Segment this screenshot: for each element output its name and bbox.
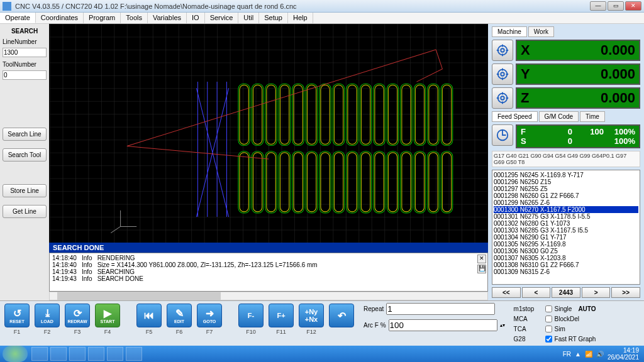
taskbar-media-icon[interactable] [69, 347, 86, 361]
zero-y-button[interactable] [492, 63, 513, 85]
message-header: SEARCH DONE [49, 243, 488, 253]
linenumber-input[interactable] [3, 48, 47, 57]
taskbar-app1-icon[interactable] [88, 347, 104, 361]
opt-MCA-check[interactable] [545, 315, 552, 322]
tab-variables[interactable]: Variables [148, 13, 187, 23]
store-line-button[interactable]: Store Line [3, 184, 47, 197]
taskbar-explorer-icon[interactable] [50, 347, 67, 361]
dro-y: Y0.000 [516, 63, 640, 85]
goto-button[interactable]: ➜GOTO [197, 304, 222, 327]
tab-operate[interactable]: Operate [0, 13, 36, 23]
zero-z-button[interactable] [492, 87, 513, 109]
tab-feedspeed[interactable]: Feed Speed [492, 111, 538, 122]
tray-lang[interactable]: FR [563, 351, 571, 358]
undo-button[interactable]: ↶ [329, 304, 354, 327]
opt-G28-text: Fast RT Graph [555, 336, 596, 343]
active-gcodes: G17 G40 G21 G90 G94 G54 G49 G99 G64P0.1 … [492, 151, 640, 167]
nav-prev[interactable]: < [522, 287, 551, 298]
log-row: 14:19:43InfoSEARCHING [52, 268, 485, 275]
nav-position: 2443 [552, 287, 580, 298]
repeat-input[interactable] [386, 303, 495, 315]
taskbar-ie-icon[interactable] [31, 347, 48, 361]
tab-gmcode[interactable]: G/M Code [539, 111, 579, 122]
fminus-button[interactable]: F- [238, 304, 264, 327]
tray-network-icon[interactable]: 📶 [585, 351, 592, 358]
fkey-label: F3 [74, 329, 81, 335]
app-icon [3, 2, 11, 11]
tab-machine[interactable]: Machine [492, 26, 527, 37]
redraw-button[interactable]: ⟳REDRAW [65, 304, 90, 327]
start-button[interactable] [3, 346, 28, 362]
gcode-line[interactable]: 0001297 N6255 Z5 [494, 185, 638, 192]
tab-tools[interactable]: Tools [121, 13, 148, 23]
svg-point-66 [501, 48, 504, 52]
tray-time[interactable]: 14:19 [608, 347, 639, 354]
opt-TCA-label: TCA [514, 326, 543, 332]
gcode-listing[interactable]: 0001295 N6245 X-1169.8 Y-7170001296 N625… [492, 170, 640, 285]
close-button[interactable]: ✕ [625, 1, 641, 11]
load-button[interactable]: ⤓LOAD [35, 304, 60, 327]
nav-next[interactable]: > [582, 287, 611, 298]
tab-help[interactable]: Help [288, 13, 313, 23]
tab-program[interactable]: Program [84, 13, 121, 23]
gcode-line[interactable]: 0001309 N6315 Z-6 [494, 268, 638, 275]
tab-service[interactable]: Service [205, 13, 239, 23]
tab-work[interactable]: Work [528, 26, 554, 37]
taskbar[interactable]: FR ▲ 📶 🔊 14:19 26/04/2021 [0, 346, 644, 362]
log-row: 14:19:43InfoSEARCH DONE [52, 275, 485, 282]
gcode-line[interactable]: 0001301 N6275 G3 X-1178.5 I-5.5 [494, 213, 638, 220]
arcf-input[interactable] [389, 319, 497, 331]
tab-time[interactable]: Time [580, 111, 605, 122]
zero-x-button[interactable] [492, 40, 513, 61]
gcode-line[interactable]: 0001304 N6290 G1 Y-717 [494, 234, 638, 241]
edit-button[interactable]: ✎EDIT [167, 304, 192, 327]
gcode-line[interactable]: 0001300 N6270 X-1167.5 F2000 [494, 206, 638, 213]
nav-last[interactable]: >> [611, 287, 640, 298]
fkey-label: F12 [306, 329, 316, 335]
fkey-label: F10 [246, 329, 256, 335]
opt-TCA-check[interactable] [545, 326, 552, 332]
search-tool-button[interactable]: Search Tool [3, 148, 47, 162]
opt-G28-check[interactable] [545, 336, 552, 343]
tray-volume-icon[interactable]: 🔊 [596, 351, 604, 358]
play-button[interactable]: ▶START [95, 304, 120, 327]
toolpath-viewport[interactable] [49, 24, 488, 243]
log-save-icon[interactable]: 💾 [477, 265, 486, 273]
tray-date[interactable]: 26/04/2021 [608, 354, 639, 361]
prev-button[interactable]: ⏮ [136, 304, 162, 327]
taskbar-app2-icon[interactable] [107, 347, 123, 361]
taskbar-paint-icon[interactable] [126, 347, 142, 361]
feed-override-icon[interactable] [492, 124, 513, 146]
tab-io[interactable]: IO [187, 13, 205, 23]
opt-m1stop-check[interactable] [545, 305, 552, 312]
gcode-line[interactable]: 0001305 N6295 X-1169.8 [494, 241, 638, 248]
tab-util[interactable]: Util [238, 13, 259, 23]
gcode-line[interactable]: 0001308 N6310 G1 Z2 F666.7 [494, 261, 638, 268]
get-line-button[interactable]: Get Line [3, 205, 47, 218]
nxy-button[interactable]: +Ny +Nx [299, 304, 324, 327]
gcode-line[interactable]: 0001303 N6285 G3 X-1167.5 I5.5 [494, 227, 638, 234]
dro-z: Z0.000 [516, 87, 640, 109]
gcode-line[interactable]: 0001296 N6250 Z15 [494, 178, 638, 185]
gcode-line[interactable]: 0001302 N6280 G1 Y-1073 [494, 220, 638, 227]
log-clear-icon[interactable]: ✕ [477, 255, 486, 263]
toolnumber-input[interactable] [3, 70, 47, 80]
reset-button[interactable]: ↺RESET [4, 304, 30, 327]
gcode-line[interactable]: 0001306 N6300 G0 Z5 [494, 248, 638, 255]
minimize-button[interactable]: — [590, 1, 606, 11]
nav-first[interactable]: << [492, 287, 521, 298]
fkey-label: F4 [104, 329, 111, 335]
gcode-line[interactable]: 0001298 N6260 G1 Z2 F666.7 [494, 192, 638, 199]
gcode-line[interactable]: 0001307 N6305 X-1203.8 [494, 255, 638, 261]
tray-flag-icon[interactable]: ▲ [575, 351, 581, 358]
gcode-line[interactable]: 0001295 N6245 X-1169.8 Y-717 [494, 172, 638, 178]
fkey-label: F1 [14, 329, 21, 335]
log-hscroll[interactable] [49, 292, 488, 300]
svg-point-68 [501, 72, 504, 76]
fplus-button[interactable]: F+ [269, 304, 294, 327]
search-line-button[interactable]: Search Line [3, 128, 47, 141]
tab-coordinates[interactable]: Coordinates [36, 13, 84, 23]
tab-setup[interactable]: Setup [259, 13, 288, 23]
gcode-line[interactable]: 0001299 N6265 Z-6 [494, 199, 638, 206]
maximize-button[interactable]: ▭ [608, 1, 624, 11]
